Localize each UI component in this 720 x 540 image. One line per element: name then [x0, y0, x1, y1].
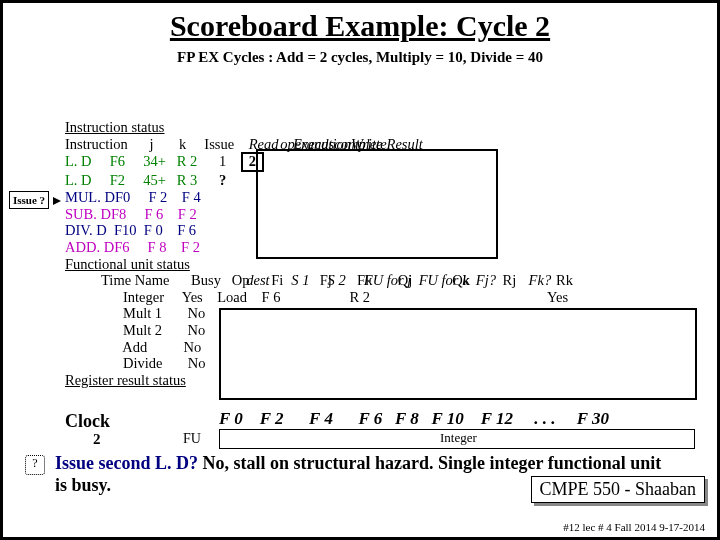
fu-register-box: Integer	[219, 429, 695, 449]
fu-cols-2: Time Name Busy Op Fi Fj Fk Qj Qk Rj Rk	[65, 272, 573, 289]
clock-value: 2	[93, 431, 101, 448]
question-icon: ?	[25, 455, 45, 475]
clock-label: Clock	[65, 411, 110, 432]
issue-question-label: Issue ?	[9, 191, 49, 209]
slide-title: Scoreboard Example: Cycle 2	[3, 9, 717, 43]
fu-label: FU	[183, 431, 201, 447]
register-row: F 0 F 2 F 4 F 6 F 8 F 10 F 12 . . . F 30	[219, 409, 609, 429]
course-badge: CMPE 550 - Shaaban	[531, 476, 706, 503]
fu-row-0: Integer Yes Load F 6 R 2 Yes	[65, 289, 573, 306]
slide: Scoreboard Example: Cycle 2 FP EX Cycles…	[0, 0, 720, 540]
slide-subtitle: FP EX Cycles : Add = 2 cycles, Multiply …	[3, 49, 717, 66]
instruction-status-header: Instruction status	[65, 119, 573, 136]
instr-box	[256, 149, 498, 259]
bottom-a: Issue second L. D?	[55, 453, 198, 473]
footer-text: #12 lec # 4 Fall 2014 9-17-2014	[563, 521, 705, 533]
fu-register-value: Integer	[440, 430, 477, 446]
arrow-icon	[53, 197, 61, 205]
fu-box	[219, 308, 697, 400]
